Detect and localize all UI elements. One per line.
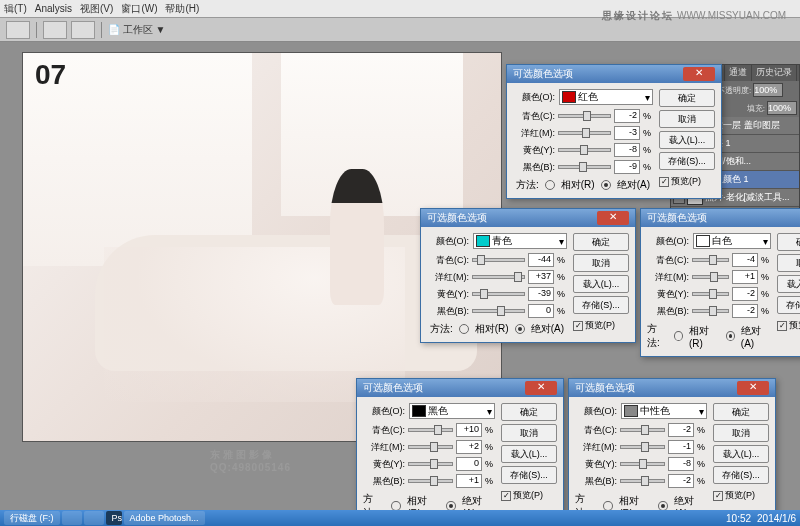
magenta-slider[interactable] [408,445,453,449]
yellow-slider[interactable] [558,148,611,152]
dialog-titlebar[interactable]: 可选颜色选项✕ [641,209,800,227]
load-button[interactable]: 载入(L)... [659,131,715,149]
cancel-button[interactable]: 取消 [659,110,715,128]
load-button[interactable]: 载入(L)... [573,275,629,293]
black-value[interactable]: -2 [732,304,758,318]
yellow-value[interactable]: -39 [528,287,554,301]
opacity-input[interactable] [753,83,783,97]
yellow-slider[interactable] [620,462,665,466]
menu-view[interactable]: 视图(V) [80,2,113,16]
cancel-button[interactable]: 取消 [501,424,557,442]
save-button[interactable]: 存储(S)... [777,296,800,314]
tool-opt-2[interactable] [71,21,95,39]
taskbar-app-2[interactable] [84,511,104,525]
yellow-value[interactable]: -8 [668,457,694,471]
cyan-slider[interactable] [692,258,729,262]
save-button[interactable]: 存储(S)... [713,466,769,484]
magenta-slider[interactable] [558,131,611,135]
yellow-value[interactable]: -2 [732,287,758,301]
taskbar-ps-icon[interactable]: Ps [106,511,122,525]
close-icon[interactable]: ✕ [683,67,715,81]
absolute-radio[interactable] [601,180,611,190]
menu-analysis[interactable]: Analysis [35,3,72,14]
magenta-value[interactable]: -1 [668,440,694,454]
magenta-slider[interactable] [472,275,525,279]
relative-radio[interactable] [459,324,469,334]
black-value[interactable]: +1 [456,474,482,488]
yellow-slider[interactable] [472,292,525,296]
workspace-switcher[interactable]: 📄 工作区 ▼ [108,23,165,37]
preview-checkbox[interactable]: ✓ [713,491,723,501]
cancel-button[interactable]: 取消 [713,424,769,442]
black-slider[interactable] [558,165,611,169]
black-slider[interactable] [620,479,665,483]
close-icon[interactable]: ✕ [597,211,629,225]
color-select[interactable]: 青色▾ [473,233,567,249]
black-slider[interactable] [408,479,453,483]
tool-icon[interactable] [6,21,30,39]
cyan-value[interactable]: -4 [732,253,758,267]
cyan-slider[interactable] [408,428,453,432]
load-button[interactable]: 载入(L)... [713,445,769,463]
black-value[interactable]: 0 [528,304,554,318]
load-button[interactable]: 载入(L)... [777,275,800,293]
preview-checkbox[interactable]: ✓ [659,177,669,187]
cyan-value[interactable]: -2 [614,109,640,123]
magenta-slider[interactable] [692,275,729,279]
preview-checkbox[interactable]: ✓ [573,321,583,331]
dialog-titlebar[interactable]: 可选颜色选项✕ [507,65,721,83]
yellow-slider[interactable] [692,292,729,296]
yellow-slider[interactable] [408,462,453,466]
preview-checkbox[interactable]: ✓ [501,491,511,501]
magenta-value[interactable]: +2 [456,440,482,454]
load-button[interactable]: 载入(L)... [501,445,557,463]
absolute-radio[interactable] [726,331,735,341]
close-icon[interactable]: ✕ [525,381,557,395]
save-button[interactable]: 存储(S)... [501,466,557,484]
ok-button[interactable]: 确定 [659,89,715,107]
ok-button[interactable]: 确定 [777,233,800,251]
black-value[interactable]: -2 [668,474,694,488]
magenta-value[interactable]: +37 [528,270,554,284]
menu-help[interactable]: 帮助(H) [165,2,199,16]
color-select[interactable]: 白色▾ [693,233,771,249]
menu-edit[interactable]: 辑(T) [4,2,27,16]
cyan-slider[interactable] [620,428,665,432]
dialog-titlebar[interactable]: 可选颜色选项✕ [569,379,775,397]
close-icon[interactable]: ✕ [737,381,769,395]
tab-channels[interactable]: 通道 [725,65,752,81]
magenta-slider[interactable] [620,445,665,449]
tool-opt-1[interactable] [43,21,67,39]
yellow-value[interactable]: -8 [614,143,640,157]
dialog-titlebar[interactable]: 可选颜色选项✕ [357,379,563,397]
magenta-value[interactable]: +1 [732,270,758,284]
taskbar-photoshop[interactable]: Adobe Photosh... [124,511,205,525]
fill-input[interactable] [767,101,797,115]
relative-radio[interactable] [674,331,683,341]
ok-button[interactable]: 确定 [713,403,769,421]
relative-radio[interactable] [545,180,555,190]
taskbar-explorer[interactable]: 行磁盘 (F:) [4,511,60,525]
cyan-value[interactable]: -2 [668,423,694,437]
black-slider[interactable] [692,309,729,313]
save-button[interactable]: 存储(S)... [573,296,629,314]
black-slider[interactable] [472,309,525,313]
black-value[interactable]: -9 [614,160,640,174]
taskbar-app-1[interactable] [62,511,82,525]
menu-window[interactable]: 窗口(W) [121,2,157,16]
save-button[interactable]: 存储(S)... [659,152,715,170]
magenta-value[interactable]: -3 [614,126,640,140]
yellow-value[interactable]: 0 [456,457,482,471]
color-select[interactable]: 红色▾ [559,89,653,105]
cyan-value[interactable]: -44 [528,253,554,267]
cancel-button[interactable]: 取消 [573,254,629,272]
cyan-slider[interactable] [558,114,611,118]
cyan-slider[interactable] [472,258,525,262]
cyan-value[interactable]: +10 [456,423,482,437]
color-select[interactable]: 黑色▾ [409,403,495,419]
absolute-radio[interactable] [515,324,525,334]
ok-button[interactable]: 确定 [573,233,629,251]
tab-history[interactable]: 历史记录 [752,65,797,81]
ok-button[interactable]: 确定 [501,403,557,421]
dialog-titlebar[interactable]: 可选颜色选项✕ [421,209,635,227]
